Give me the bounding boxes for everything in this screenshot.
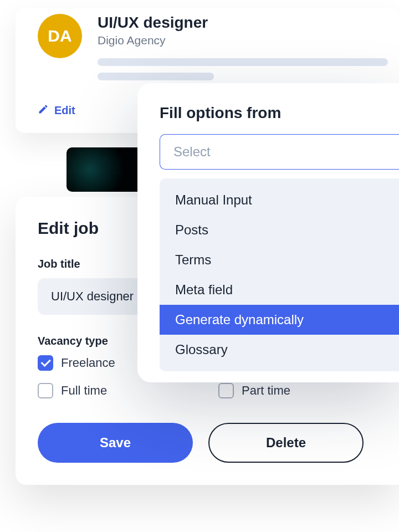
checkbox-label: Freelance xyxy=(61,356,115,370)
select-input[interactable]: Select xyxy=(160,134,399,170)
checkbox-box xyxy=(38,355,53,371)
edit-link[interactable]: Edit xyxy=(38,104,75,117)
checkbox-fulltime[interactable]: Full time xyxy=(38,383,196,398)
save-button[interactable]: Save xyxy=(38,423,193,463)
job-title-heading: UI/UX designer xyxy=(98,14,388,32)
option-posts[interactable]: Posts xyxy=(160,215,399,245)
option-glossary[interactable]: Glossary xyxy=(160,335,399,365)
dropdown-list: Manual Input Posts Terms Meta field Gene… xyxy=(160,178,399,371)
option-generate-dynamically[interactable]: Generate dynamically xyxy=(160,305,399,335)
skeleton-line xyxy=(98,58,388,66)
skeleton-line xyxy=(98,73,214,80)
fill-options-popover: Fill options from Select Manual Input Po… xyxy=(137,83,399,382)
delete-button[interactable]: Delete xyxy=(208,423,364,463)
edit-link-label: Edit xyxy=(54,104,75,117)
job-company: Digio Agency xyxy=(98,34,388,47)
checkbox-box xyxy=(38,383,53,398)
option-meta-field[interactable]: Meta field xyxy=(160,275,399,305)
checkbox-label: Full time xyxy=(61,383,107,398)
checkbox-box xyxy=(218,383,234,398)
option-manual-input[interactable]: Manual Input xyxy=(160,185,399,215)
pencil-icon xyxy=(38,104,49,117)
job-info: UI/UX designer Digio Agency xyxy=(98,14,388,87)
avatar: DA xyxy=(38,14,82,58)
popover-title: Fill options from xyxy=(160,104,377,122)
checkbox-label: Part time xyxy=(242,383,290,398)
job-header: DA UI/UX designer Digio Agency xyxy=(38,14,388,87)
option-terms[interactable]: Terms xyxy=(160,245,399,275)
checkbox-parttime[interactable]: Part time xyxy=(218,383,377,398)
modal-buttons: Save Delete xyxy=(38,423,377,463)
decorative-banner xyxy=(66,147,144,192)
